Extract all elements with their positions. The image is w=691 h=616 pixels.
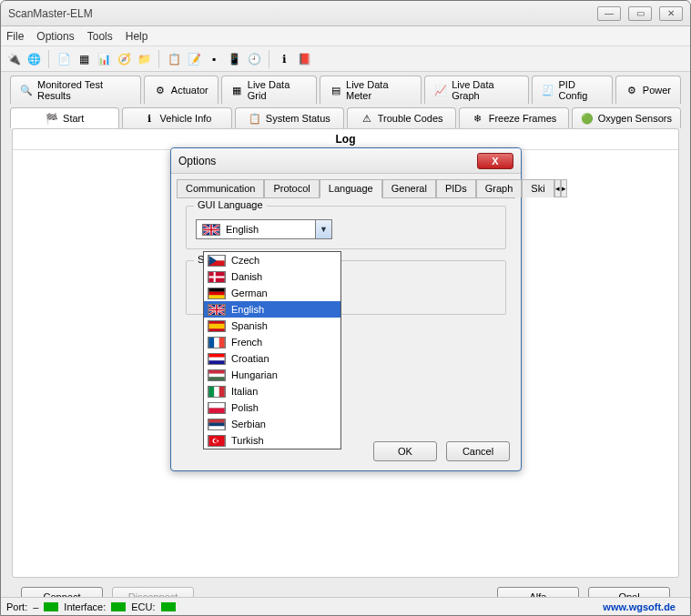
tab-pid-config[interactable]: 🧾PID Config xyxy=(532,76,613,104)
tab-trouble-codes[interactable]: ⚠Trouble Codes xyxy=(347,107,456,128)
terminal-icon[interactable]: ▪ xyxy=(205,50,223,68)
titlebar: ScanMaster-ELM — ▭ ✕ xyxy=(1,1,690,26)
tab-oxygen-sensors[interactable]: 🟢Oxygen Sensors xyxy=(572,107,681,128)
start-icon: 🏁 xyxy=(46,112,58,125)
dlgtab-general[interactable]: General xyxy=(382,179,436,197)
lang-italian[interactable]: Italian xyxy=(204,383,340,399)
status-ecu-led-icon xyxy=(161,602,176,611)
svg-rect-22 xyxy=(219,338,225,348)
tabrow-lower: 🏁Start ℹVehicle Info 📋System Status ⚠Tro… xyxy=(1,104,690,128)
menu-help[interactable]: Help xyxy=(126,30,148,43)
dialog-buttons: OK Cancel xyxy=(373,441,510,461)
maximize-button[interactable]: ▭ xyxy=(628,6,652,21)
dlgtab-communication[interactable]: Communication xyxy=(177,179,264,197)
tab-live-data-grid[interactable]: ▦Live Data Grid xyxy=(221,76,317,104)
menu-tools[interactable]: Tools xyxy=(87,30,113,43)
tab-actuator[interactable]: ⚙Actuator xyxy=(144,76,218,104)
svg-rect-9 xyxy=(209,276,225,278)
grid2-icon: ▦ xyxy=(231,84,243,96)
menu-file[interactable]: File xyxy=(6,30,24,43)
edit-icon[interactable]: 📝 xyxy=(185,50,203,68)
clipboard-icon: 📋 xyxy=(249,112,261,125)
svg-rect-36 xyxy=(209,426,225,429)
svg-rect-17 xyxy=(209,308,225,310)
minimize-button[interactable]: — xyxy=(597,6,621,21)
lang-hungarian[interactable]: Hungarian xyxy=(204,367,340,383)
dlgtab-ski[interactable]: Ski xyxy=(522,179,554,197)
lang-serbian[interactable]: Serbian xyxy=(204,416,340,432)
freeze-icon: ❄ xyxy=(472,112,484,125)
tab-freeze-frames[interactable]: ❄Freeze Frames xyxy=(459,107,568,128)
cancel-button[interactable]: Cancel xyxy=(446,441,510,461)
chevron-down-icon[interactable]: ▼ xyxy=(315,220,331,238)
svg-rect-29 xyxy=(209,387,215,397)
gui-language-combo-value: English xyxy=(226,224,259,235)
chart-icon[interactable]: 📊 xyxy=(95,50,113,68)
lang-croatian[interactable]: Croatian xyxy=(204,350,340,367)
exit-icon[interactable]: 📕 xyxy=(295,50,313,68)
compass-icon[interactable]: 🧭 xyxy=(115,50,133,68)
dialog-close-button[interactable]: X xyxy=(477,153,513,169)
flag-es-icon xyxy=(208,320,226,332)
tab-live-data-meter[interactable]: ▤Live Data Meter xyxy=(320,76,422,104)
dialog-title: Options xyxy=(178,155,216,167)
status-interface-led-icon xyxy=(111,602,126,611)
flag-dk-icon xyxy=(208,271,226,283)
dlgtab-language[interactable]: Language xyxy=(320,179,382,198)
lang-czech[interactable]: Czech xyxy=(204,252,340,268)
svg-rect-30 xyxy=(214,387,219,397)
dlgtab-pids[interactable]: PIDs xyxy=(436,179,476,197)
lang-spanish[interactable]: Spanish xyxy=(204,318,340,334)
lang-turkish[interactable]: Turkish xyxy=(204,432,340,449)
dlgtab-protocol[interactable]: Protocol xyxy=(264,179,319,197)
lang-french[interactable]: French xyxy=(204,334,340,350)
pid-icon: 🧾 xyxy=(542,84,554,96)
svg-rect-20 xyxy=(209,338,215,348)
status-link[interactable]: www.wgsoft.de xyxy=(603,601,676,612)
flag-it-icon xyxy=(208,386,226,398)
dialog-tabs-scroll-left[interactable]: ◂ xyxy=(554,179,561,197)
flag-gb2-icon xyxy=(208,304,226,316)
copy-icon[interactable]: 📋 xyxy=(165,50,183,68)
tab-start[interactable]: 🏁Start xyxy=(10,107,119,128)
svg-rect-34 xyxy=(209,419,225,423)
svg-rect-32 xyxy=(209,403,225,409)
options-dialog: Options X Communication Protocol Languag… xyxy=(170,147,522,471)
dlgtab-graph[interactable]: Graph xyxy=(476,179,523,197)
menu-options[interactable]: Options xyxy=(36,30,74,43)
flag-hr-icon xyxy=(208,353,226,365)
flag-gb-icon xyxy=(202,224,220,236)
graph-icon: 📈 xyxy=(434,84,447,96)
device-icon[interactable]: 📱 xyxy=(225,50,243,68)
tab-live-data-graph[interactable]: 📈Live Data Graph xyxy=(424,76,528,104)
close-button[interactable]: ✕ xyxy=(659,6,683,21)
svg-rect-4 xyxy=(204,228,219,230)
dialog-tabs-scroll-right[interactable]: ▸ xyxy=(561,179,567,197)
svg-rect-23 xyxy=(209,354,225,358)
svg-rect-19 xyxy=(209,323,225,328)
svg-rect-26 xyxy=(209,370,225,374)
toolbar: 🔌 🌐 📄 ▦ 📊 🧭 📁 📋 📝 ▪ 📱 🕘 ℹ 📕 xyxy=(1,46,690,72)
meter-icon: ▤ xyxy=(330,84,341,96)
lang-danish[interactable]: Danish xyxy=(204,268,340,285)
dialog-titlebar: Options X xyxy=(171,148,521,174)
tab-monitored-test-results[interactable]: 🔍Monitored Test Results xyxy=(10,76,141,104)
flag-pl-icon xyxy=(208,402,226,414)
grid-icon[interactable]: ▦ xyxy=(75,50,93,68)
clock-icon[interactable]: 🕘 xyxy=(245,50,263,68)
tab-system-status[interactable]: 📋System Status xyxy=(235,107,344,128)
connect-icon[interactable]: 🔌 xyxy=(5,50,23,68)
gui-language-combo[interactable]: English ▼ xyxy=(196,219,332,239)
lang-english[interactable]: English xyxy=(204,301,340,318)
tab-vehicle-info[interactable]: ℹVehicle Info xyxy=(122,107,231,128)
flag-fr-icon xyxy=(208,337,226,348)
folder-icon[interactable]: 📁 xyxy=(135,50,153,68)
ok-button[interactable]: OK xyxy=(373,441,437,461)
lang-german[interactable]: German xyxy=(204,285,340,301)
lang-polish[interactable]: Polish xyxy=(204,399,340,416)
oxygen-icon: 🟢 xyxy=(581,112,594,125)
info-icon[interactable]: ℹ xyxy=(275,50,293,68)
doc-icon[interactable]: 📄 xyxy=(55,50,73,68)
globe-icon[interactable]: 🌐 xyxy=(25,50,43,68)
tab-power[interactable]: ⚙Power xyxy=(615,76,681,104)
